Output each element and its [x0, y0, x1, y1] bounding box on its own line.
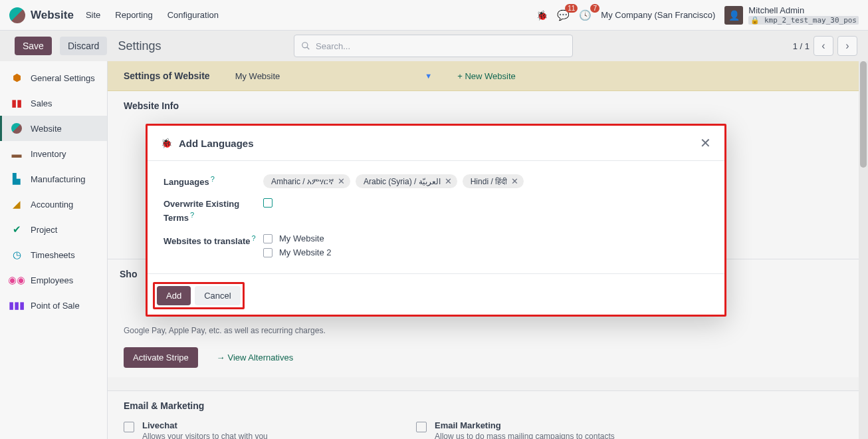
- help-icon[interactable]: ?: [211, 175, 215, 183]
- language-tag: Amharic / አምሃርኛ✕: [263, 174, 350, 188]
- help-icon[interactable]: ?: [190, 211, 194, 219]
- language-tag: Arabic (Syria) / العربيّة✕: [356, 174, 457, 188]
- languages-tags-input[interactable]: Amharic / አምሃርኛ✕ Arabic (Syria) / العربي…: [263, 174, 708, 189]
- language-tag: Hindi / हिंदी✕: [463, 174, 524, 188]
- modal-body: Languages? Amharic / አምሃርኛ✕ Arabic (Syri…: [148, 161, 724, 273]
- website-option: My Website: [263, 233, 324, 243]
- languages-label: Languages?: [163, 174, 263, 189]
- website-option-label: My Website 2: [279, 247, 332, 257]
- add-button[interactable]: Add: [157, 286, 191, 305]
- modal-header: 🐞 Add Languages ✕: [148, 126, 724, 161]
- help-icon[interactable]: ?: [252, 234, 256, 242]
- remove-tag-icon[interactable]: ✕: [338, 176, 345, 186]
- website-checkbox[interactable]: [263, 248, 272, 257]
- website-option: My Website 2: [263, 247, 332, 257]
- modal-title: Add Languages: [179, 138, 254, 149]
- remove-tag-icon[interactable]: ✕: [445, 176, 452, 186]
- remove-tag-icon[interactable]: ✕: [511, 176, 518, 186]
- close-icon[interactable]: ✕: [700, 135, 711, 151]
- add-languages-modal: 🐞 Add Languages ✕ Languages? Amharic / አ…: [146, 124, 726, 317]
- website-checkbox[interactable]: [263, 234, 272, 243]
- overwrite-label: Overwrite Existing Terms?: [163, 198, 263, 225]
- footer-highlight-box: Add Cancel: [153, 282, 245, 309]
- cancel-button[interactable]: Cancel: [195, 286, 240, 305]
- debug-icon[interactable]: 🐞: [161, 138, 172, 148]
- websites-label: Websites to translate?: [163, 233, 263, 257]
- modal-footer: Add Cancel: [148, 273, 724, 317]
- website-option-label: My Website: [279, 233, 324, 243]
- overwrite-checkbox[interactable]: [263, 198, 272, 208]
